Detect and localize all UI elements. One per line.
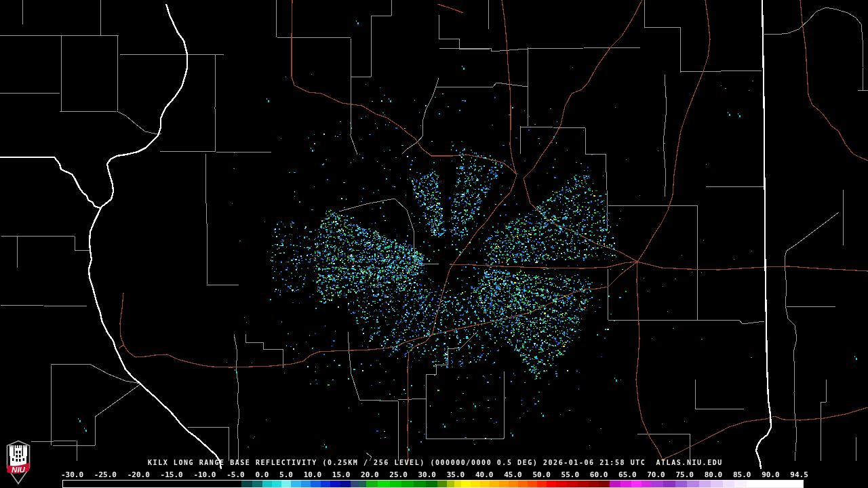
colorbar-tick-label: 5.0 bbox=[279, 471, 293, 479]
colorbar-tick-label: 85.0 bbox=[733, 471, 751, 479]
colorbar-tick-label: 70.0 bbox=[647, 471, 665, 479]
colorbar-tick-label: 94.5 bbox=[790, 471, 808, 479]
colorbar-tick-label: 45.0 bbox=[504, 471, 522, 479]
colorbar-tick-label: 50.0 bbox=[532, 471, 551, 479]
colorbar-tick-label: 15.0 bbox=[332, 471, 351, 479]
radar-display: KILX LONG RANGE BASE REFLECTIVITY (0.25K… bbox=[0, 0, 868, 488]
colorbar-tick-label: -20.0 bbox=[127, 471, 150, 479]
colorbar-tick-label: 0.0 bbox=[255, 471, 269, 479]
colorbar-tick-label: -15.0 bbox=[161, 471, 183, 479]
niu-logo-text: NIU bbox=[12, 466, 26, 474]
colorbar-tick-label: 30.0 bbox=[418, 471, 437, 479]
colorbar-tick-label: 55.0 bbox=[561, 471, 580, 479]
colorbar-tick-label: 20.0 bbox=[361, 471, 379, 479]
colorbar-tick-label: 35.0 bbox=[447, 471, 465, 479]
colorbar bbox=[62, 480, 804, 488]
colorbar-tick-label: -25.0 bbox=[94, 471, 117, 479]
colorbar-tick-label: 40.0 bbox=[475, 471, 494, 479]
niu-logo: NIU bbox=[5, 440, 32, 485]
colorbar-tick-label: 90.0 bbox=[762, 471, 780, 479]
colorbar-tick-labels: -30.0-25.0-20.0-15.0-10.0-5.00.05.010.01… bbox=[61, 471, 808, 479]
colorbar-tick-label: 60.0 bbox=[590, 471, 608, 479]
colorbar-tick-label: 25.0 bbox=[389, 471, 408, 479]
colorbar-tick-label: 80.0 bbox=[705, 471, 723, 479]
colorbar-tick-label: 10.0 bbox=[304, 471, 322, 479]
niu-castle-icon bbox=[9, 445, 27, 467]
colorbar-tick-label: -5.0 bbox=[226, 471, 245, 479]
product-caption: KILX LONG RANGE BASE REFLECTIVITY (0.25K… bbox=[148, 459, 723, 467]
colorbar-tick-label: 65.0 bbox=[618, 471, 637, 479]
colorbar-tick-label: -30.0 bbox=[61, 471, 83, 479]
colorbar-tick-label: 75.0 bbox=[675, 471, 694, 479]
colorbar-tick-label: -10.0 bbox=[193, 471, 216, 479]
reflectivity-echo-layer bbox=[0, 0, 868, 488]
